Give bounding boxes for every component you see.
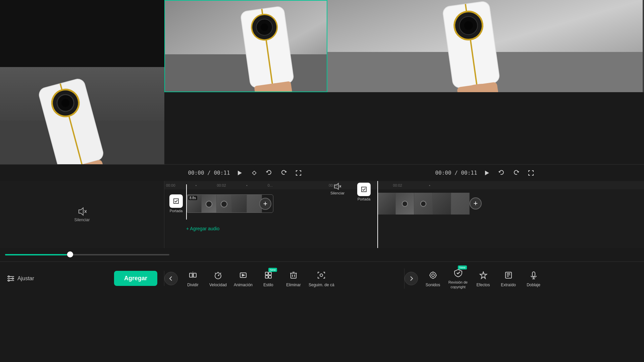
timeline-ruler: 00:00 • 00:02 • 0... — [164, 181, 327, 189]
right-fullscreen-button[interactable] — [526, 168, 536, 178]
preview-left-top — [0, 0, 164, 67]
svg-rect-57 — [265, 276, 268, 278]
add-clip-button[interactable]: + — [259, 198, 271, 210]
svg-rect-45 — [190, 273, 192, 277]
portada-right-icon — [357, 183, 371, 196]
toolbar-item-efectos[interactable]: Efectos — [472, 267, 495, 290]
ruler-dot-1: • — [196, 183, 197, 187]
svg-line-50 — [218, 275, 219, 276]
dividir-icon — [187, 270, 198, 281]
ruler-mark-0: 00:00 — [166, 183, 175, 187]
portada-right-button[interactable]: Portada — [357, 183, 371, 201]
right-ruler-2: 00:02 — [393, 183, 402, 187]
toolbar-item-eliminar[interactable]: Eliminar — [282, 267, 305, 290]
copyright-icon: New — [453, 267, 464, 278]
toolbar-items-main: Dividir Velocidad — [178, 267, 404, 290]
right-clip-4 — [433, 193, 451, 215]
app-container: 00:00 / 00:11 — [0, 0, 644, 362]
center-fullscreen-button[interactable] — [293, 168, 304, 178]
ruler-mark-4: 0... — [268, 183, 273, 187]
right-clip-1 — [377, 193, 396, 215]
animacion-icon — [238, 270, 249, 281]
toolbar-item-sonidos[interactable]: Sonidos — [421, 267, 445, 290]
sonidos-icon — [428, 270, 438, 281]
preview-center-image — [164, 0, 327, 92]
clip-duration-text: 8.8s — [190, 196, 196, 200]
efectos-icon — [478, 270, 489, 281]
toolbar-nav-right[interactable] — [405, 272, 418, 285]
clip-thumb-2 — [202, 195, 217, 213]
svg-point-38 — [8, 280, 9, 281]
scrubber-track[interactable] — [5, 254, 169, 255]
velocidad-icon — [213, 270, 223, 281]
right-clip-3 — [414, 193, 433, 215]
center-undo-button[interactable] — [264, 168, 274, 178]
preview-right-image — [327, 0, 644, 92]
scrubber-thumb[interactable] — [67, 251, 73, 257]
dividir-label: Dividir — [187, 283, 198, 287]
svg-marker-29 — [485, 171, 489, 175]
silenciar-left-label: Silenciar — [74, 218, 90, 222]
center-redo-button[interactable] — [278, 168, 289, 178]
svg-marker-54 — [242, 274, 245, 276]
center-bottom-area — [164, 92, 327, 164]
clip-thumb-3 — [217, 195, 232, 213]
ajustar-button[interactable]: Ajustar — [7, 275, 34, 283]
agregar-button[interactable]: Agregar — [114, 271, 157, 286]
scrubber-track-wrapper — [5, 254, 169, 255]
silenciar-left-button[interactable]: Silenciar — [74, 207, 90, 222]
right-play-button[interactable] — [481, 168, 492, 178]
svg-line-51 — [215, 273, 216, 274]
animacion-label: Animación — [234, 283, 253, 287]
video-clip[interactable]: 8.8s + — [186, 194, 273, 213]
extraido-icon — [503, 270, 514, 281]
toolbar-item-estilo[interactable]: New Estilo — [257, 267, 280, 290]
center-play-button[interactable] — [234, 168, 245, 178]
toolbar-item-velocidad[interactable]: Velocidad — [206, 267, 230, 290]
svg-rect-55 — [265, 272, 268, 275]
preview-panel-left — [0, 0, 164, 164]
toolbar-nav-left[interactable] — [164, 272, 178, 285]
right-undo-button[interactable] — [496, 168, 507, 178]
portada-right-label: Portada — [358, 197, 371, 201]
eliminar-icon — [288, 270, 299, 281]
center-current-time: 00:00 — [188, 170, 204, 176]
add-audio-button[interactable]: + Agregar audio — [186, 226, 219, 231]
agregar-label: Agregar — [124, 275, 147, 282]
toolbar-item-animacion[interactable]: Animación — [231, 267, 255, 290]
center-keyframe-button[interactable] — [249, 168, 260, 178]
svg-point-36 — [8, 276, 9, 277]
toolbar-item-dividir[interactable]: Dividir — [181, 267, 205, 290]
phone-illustration-right — [327, 0, 643, 92]
timeline-center: 00:00 • 00:02 • 0... Portada — [164, 181, 327, 248]
controls-row: 00:00 / 00:11 — [0, 164, 644, 181]
estilo-label: Estilo — [263, 283, 273, 287]
toolbar-item-seguimiento[interactable]: Seguim. de cá — [307, 267, 336, 290]
ruler-mark-2: 00:02 — [217, 183, 226, 187]
toolbar-item-extraido[interactable]: Extraído — [497, 267, 520, 290]
estilo-new-badge: New — [268, 268, 277, 272]
portada-button[interactable]: Portada — [169, 194, 183, 213]
toolbar-item-doblaje[interactable]: Doblaje — [522, 267, 545, 290]
silenciar-right-label: Silenciar — [330, 191, 344, 195]
velocidad-label: Velocidad — [209, 283, 227, 287]
center-playhead — [186, 184, 187, 220]
svg-rect-58 — [269, 276, 271, 278]
silenciar-right-button[interactable]: Silenciar — [330, 183, 344, 195]
bottom-toolbar: Ajustar Agregar — [0, 261, 644, 295]
right-playhead — [377, 181, 378, 248]
seguimiento-icon — [316, 270, 327, 281]
toolbar-item-copyright[interactable]: New Revisión decopyright — [446, 265, 470, 292]
clip-thumb-4 — [232, 195, 247, 213]
right-total-time: 00:11 — [461, 170, 477, 176]
svg-point-65 — [430, 272, 436, 278]
right-add-clip-button[interactable]: + — [470, 197, 482, 209]
portada-label: Portada — [170, 209, 183, 213]
right-current-time: 00:00 — [435, 170, 451, 176]
scrubber-progress — [5, 254, 67, 255]
svg-rect-46 — [194, 273, 196, 277]
seguimiento-label: Seguim. de cá — [309, 283, 334, 287]
portada-icon — [169, 194, 183, 208]
right-redo-button[interactable] — [511, 168, 522, 178]
extraido-label: Extraído — [501, 283, 516, 287]
